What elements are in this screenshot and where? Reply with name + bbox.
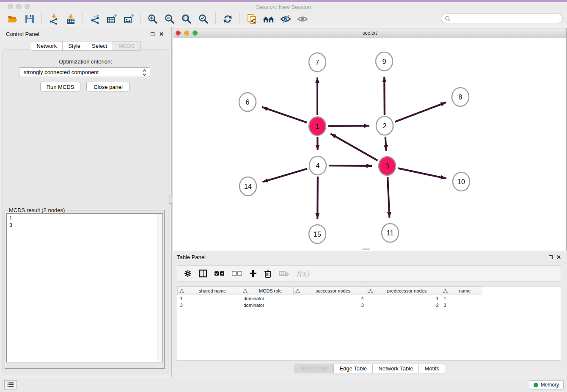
network-canvas[interactable]: 1234678910111415: [173, 38, 566, 251]
memory-button[interactable]: Memory: [529, 380, 564, 389]
save-session-button[interactable]: [21, 13, 38, 25]
zoom-out-button[interactable]: [161, 13, 178, 25]
task-history-button[interactable]: [4, 380, 17, 389]
tab-edge-table[interactable]: Edge Table: [334, 364, 373, 373]
network-splitter-grip[interactable]: [362, 248, 370, 250]
table-panel-tabs: Node Table Edge Table Network Table Moti…: [173, 364, 567, 373]
column-header-predecessor-nodes[interactable]: predecessor nodes: [366, 287, 441, 295]
mcds-result-values: 1 3: [7, 214, 162, 230]
export-network-button[interactable]: [86, 13, 103, 25]
network-window-title: scc.txt: [173, 28, 566, 38]
zoom-in-button[interactable]: [144, 13, 161, 25]
toolbar-separator: [239, 13, 240, 25]
cell-0-1[interactable]: dominator: [241, 295, 294, 302]
cell-1-0[interactable]: 3: [178, 302, 241, 309]
panel-splitter-grip[interactable]: [169, 196, 172, 204]
export-table-button[interactable]: [103, 13, 120, 25]
result-scrollbar[interactable]: [157, 214, 162, 362]
node-label-10: 10: [457, 178, 465, 185]
criterion-select[interactable]: strongly connected component: [19, 67, 150, 77]
columns-icon: [199, 269, 207, 278]
edge-2-9[interactable]: [384, 77, 385, 115]
delete-table-icon: [279, 270, 289, 277]
mcds-result-box[interactable]: 1 3: [6, 213, 163, 362]
open-session-button[interactable]: [4, 13, 21, 25]
node-label-15: 15: [314, 231, 321, 238]
hide-selected-button[interactable]: [277, 13, 294, 25]
tab-node-table[interactable]: Node Table: [295, 364, 334, 373]
close-panel-button[interactable]: Close panel: [86, 82, 130, 91]
edge-4-3[interactable]: [329, 166, 372, 166]
table-row[interactable]: 1dominator411: [178, 295, 482, 302]
zoom-selected-button[interactable]: [195, 13, 212, 25]
cell-0-2[interactable]: 4: [294, 295, 366, 302]
tab-network[interactable]: Network: [30, 41, 63, 51]
column-header-name[interactable]: name: [441, 287, 482, 295]
edge-1-6[interactable]: [262, 107, 307, 123]
edge-3-10[interactable]: [398, 168, 446, 178]
float-table-panel-icon[interactable]: [549, 255, 553, 259]
export-image-button[interactable]: [120, 13, 137, 25]
cell-0-0[interactable]: 1: [178, 295, 241, 302]
delete-column-button[interactable]: [264, 269, 272, 278]
search-input[interactable]: [451, 15, 554, 22]
apply-layout-button[interactable]: [219, 13, 236, 25]
node-table-scroll-area[interactable]: shared nameMCDS rolesuccessor nodesprede…: [177, 286, 561, 361]
cell-1-1[interactable]: dominator: [241, 302, 294, 309]
tab-style[interactable]: Style: [63, 41, 86, 51]
table-settings-button[interactable]: [184, 270, 192, 277]
show-column-button[interactable]: [199, 269, 207, 278]
houses-icon: [262, 14, 275, 25]
edge-3-1[interactable]: [330, 134, 377, 160]
export-network-icon: [89, 14, 100, 25]
network-window-titlebar[interactable]: × − + scc.txt: [173, 28, 566, 38]
import-table-button[interactable]: [62, 13, 79, 25]
new-network-from-selection-button[interactable]: [243, 13, 260, 25]
zoom-fit-icon: [181, 14, 192, 25]
column-type-icon: [295, 289, 300, 293]
select-all-columns-button[interactable]: [215, 271, 225, 276]
tab-mcds[interactable]: MCDS: [113, 41, 140, 51]
close-table-panel-icon[interactable]: ✕: [556, 255, 561, 259]
app-title: Session: New Session: [0, 2, 567, 12]
network-view-window: × − + scc.txt 1234678910111415: [173, 28, 567, 251]
edge-4-14[interactable]: [263, 168, 308, 182]
column-header-successor-nodes[interactable]: successor nodes: [294, 287, 366, 295]
zoom-fit-button[interactable]: [178, 13, 195, 25]
mcds-result-group: MCDS result (2 nodes) 1 3: [5, 207, 165, 369]
node-label-11: 11: [387, 229, 394, 237]
search-field[interactable]: [441, 14, 563, 23]
tab-select[interactable]: Select: [86, 41, 113, 51]
cell-1-2[interactable]: 3: [294, 302, 366, 309]
edge-2-3[interactable]: [385, 137, 386, 151]
toolbar-separator: [140, 13, 141, 25]
toolbar-separator: [215, 13, 216, 25]
close-panel-icon[interactable]: ✕: [159, 32, 164, 36]
cell-0-4[interactable]: 1: [441, 295, 482, 302]
unselect-all-columns-button[interactable]: [232, 271, 242, 276]
create-column-button[interactable]: [249, 270, 257, 277]
edge-3-11[interactable]: [388, 177, 389, 218]
delete-table-button[interactable]: [279, 270, 289, 277]
run-mcds-button[interactable]: Run MCDS: [40, 82, 80, 91]
float-panel-icon[interactable]: [151, 32, 154, 36]
show-all-button[interactable]: [294, 13, 311, 25]
cell-1-3[interactable]: 2: [366, 302, 441, 309]
edge-2-8[interactable]: [395, 102, 446, 122]
function-builder-button[interactable]: f(x): [296, 269, 309, 278]
tab-motifs[interactable]: Motifs: [419, 364, 445, 373]
node-label-7: 7: [316, 59, 319, 66]
cell-1-4[interactable]: 3: [441, 302, 482, 309]
main-toolbar: [0, 12, 567, 26]
import-network-button[interactable]: [45, 13, 62, 25]
edge-4-15[interactable]: [317, 177, 318, 219]
tab-network-table[interactable]: Network Table: [373, 364, 419, 373]
column-header-shared-name[interactable]: shared name: [178, 287, 241, 295]
column-header-MCDS-role[interactable]: MCDS role: [241, 287, 294, 295]
node-label-1: 1: [316, 123, 319, 130]
cell-0-3[interactable]: 1: [366, 295, 441, 302]
edge-1-2[interactable]: [328, 126, 369, 126]
table-panel: Table Panel ✕: [173, 251, 567, 377]
first-neighbors-button[interactable]: [260, 13, 277, 25]
table-row[interactable]: 3dominator323: [178, 302, 482, 309]
